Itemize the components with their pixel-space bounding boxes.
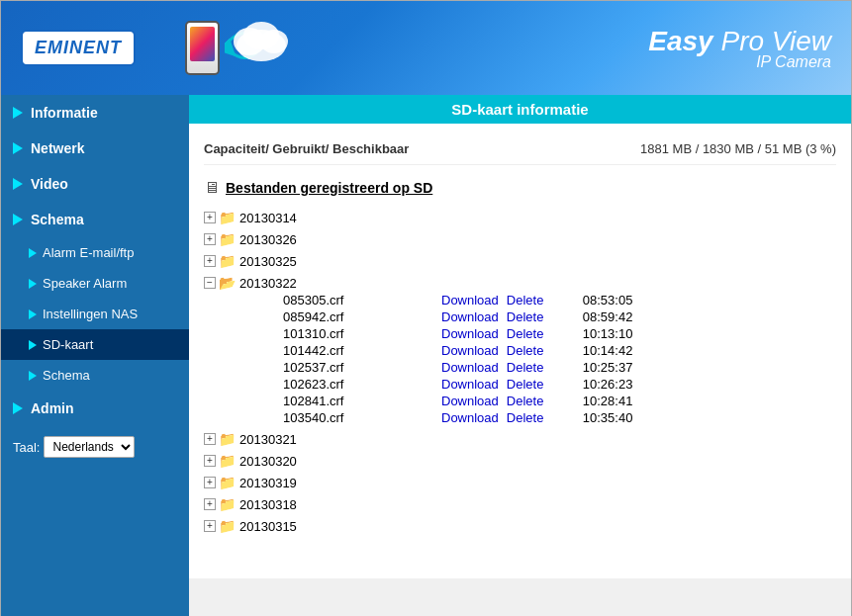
expand-icon[interactable]: + — [204, 212, 216, 223]
folder-name: 20130314 — [239, 211, 297, 225]
arrow-icon — [13, 402, 23, 414]
file-row: 085305.crf Download Delete 08:53:05 — [234, 292, 836, 308]
folder-name: 20130319 — [239, 476, 297, 490]
folder-row[interactable]: − 📂 20130322 — [204, 274, 836, 292]
arrow-icon — [29, 371, 37, 381]
sidebar-item-label: Informatie — [31, 105, 98, 121]
download-link[interactable]: Download — [441, 309, 499, 324]
sidebar-item-schema-sub[interactable]: Schema — [1, 360, 189, 391]
capacity-row: Capaciteit/ Gebruikt/ Beschikbaar 1881 M… — [204, 133, 836, 165]
expand-icon[interactable]: + — [204, 433, 216, 445]
file-name: 102841.crf — [283, 394, 402, 408]
file-name: 102537.crf — [283, 360, 402, 375]
header-left: EMINENT — [21, 11, 294, 85]
file-name: 085305.crf — [283, 293, 402, 308]
download-link[interactable]: Download — [441, 394, 499, 408]
arrow-icon — [29, 309, 37, 319]
delete-link[interactable]: Delete — [507, 293, 544, 308]
file-time: 10:26:23 — [563, 377, 632, 392]
folder-row[interactable]: + 📁 20130325 — [204, 252, 836, 270]
arrow-icon — [29, 279, 37, 289]
subfolder: 085305.crf Download Delete 08:53:05 0859… — [204, 292, 836, 426]
expand-icon[interactable]: − — [204, 277, 216, 289]
cloud-icon — [230, 16, 294, 68]
content-header: SD-kaart informatie — [189, 95, 851, 124]
capacity-label: Capaciteit/ Gebruikt/ Beschikbaar — [204, 141, 409, 156]
folder-row[interactable]: + 📁 20130319 — [204, 474, 836, 491]
main-layout: Informatie Netwerk Video Schema Alarm E-… — [1, 95, 851, 616]
expand-icon[interactable]: + — [204, 477, 216, 488]
delete-link[interactable]: Delete — [507, 326, 544, 341]
expand-icon[interactable]: + — [204, 455, 216, 467]
arrow-icon — [13, 107, 23, 119]
download-link[interactable]: Download — [441, 293, 499, 308]
file-name: 101442.crf — [283, 343, 402, 358]
delete-link[interactable]: Delete — [507, 394, 544, 408]
sidebar-item-video[interactable]: Video — [1, 166, 189, 202]
folder-row[interactable]: + 📁 20130318 — [204, 495, 836, 513]
folder-tree: + 📁 20130314 + 📁 20130326 — [204, 207, 836, 537]
folder-name: 20130325 — [239, 254, 297, 269]
eminent-logo: EMINENT — [21, 30, 136, 66]
sidebar-item-admin[interactable]: Admin — [1, 391, 189, 426]
sidebar-item-schema[interactable]: Schema — [1, 202, 189, 237]
header-right: Easy Pro View IP Camera — [648, 26, 831, 71]
lang-section: Taal: Nederlands English Deutsch Françai… — [1, 426, 189, 468]
delete-link[interactable]: Delete — [507, 309, 544, 324]
file-name: 101310.crf — [283, 326, 402, 341]
file-name: 102623.crf — [283, 377, 402, 392]
download-link[interactable]: Download — [441, 360, 499, 375]
file-row: 101310.crf Download Delete 10:13:10 — [234, 325, 836, 342]
expand-icon[interactable]: + — [204, 255, 216, 267]
folder-item: + 📁 20130314 — [204, 207, 836, 228]
folder-item: + 📁 20130319 — [204, 472, 836, 493]
file-actions: Download Delete — [441, 293, 543, 308]
folder-row[interactable]: + 📁 20130321 — [204, 430, 836, 448]
folder-icon: 📁 — [219, 253, 236, 269]
sidebar-item-netwerk[interactable]: Netwerk — [1, 131, 189, 166]
arrow-icon — [13, 214, 23, 225]
sidebar-item-speaker[interactable]: Speaker Alarm — [1, 268, 189, 299]
capacity-value: 1881 MB / 1830 MB / 51 MB (3 %) — [640, 141, 836, 156]
lang-select[interactable]: Nederlands English Deutsch Français — [44, 436, 135, 458]
sidebar-sub-item-label: Schema — [43, 368, 90, 383]
download-link[interactable]: Download — [441, 377, 499, 392]
delete-link[interactable]: Delete — [507, 410, 544, 425]
folder-item-expanded: − 📂 20130322 085305.crf Download Delete — [204, 272, 836, 428]
folder-icon: 📁 — [219, 453, 236, 469]
folder-item: + 📁 20130326 — [204, 228, 836, 250]
expand-icon[interactable]: + — [204, 520, 216, 532]
download-link[interactable]: Download — [441, 326, 499, 341]
arrow-icon — [13, 178, 23, 190]
folder-icon: 📁 — [219, 496, 236, 512]
folder-item: + 📁 20130318 — [204, 493, 836, 515]
sidebar-sub-item-label: Alarm E-mail/ftp — [43, 245, 134, 260]
file-actions: Download Delete — [441, 377, 543, 392]
folder-row[interactable]: + 📁 20130315 — [204, 517, 836, 535]
delete-link[interactable]: Delete — [507, 343, 544, 358]
folder-icon: 📂 — [219, 275, 236, 291]
delete-link[interactable]: Delete — [507, 360, 544, 375]
download-link[interactable]: Download — [441, 410, 499, 425]
delete-link[interactable]: Delete — [507, 377, 544, 392]
sidebar-item-nas[interactable]: Instellingen NAS — [1, 299, 189, 329]
folder-icon: 📁 — [219, 518, 236, 534]
sidebar-item-alarm-email[interactable]: Alarm E-mail/ftp — [1, 237, 189, 268]
expand-icon[interactable]: + — [204, 498, 216, 510]
file-actions: Download Delete — [441, 309, 543, 324]
folder-row[interactable]: + 📁 20130320 — [204, 452, 836, 470]
sidebar-item-sdkaart[interactable]: SD-kaart — [1, 329, 189, 360]
file-name: 103540.crf — [283, 410, 402, 425]
arrow-icon — [29, 340, 37, 350]
folder-name: 20130315 — [239, 519, 297, 534]
folder-row[interactable]: + 📁 20130326 — [204, 230, 836, 248]
file-row: 085942.crf Download Delete 08:59:42 — [234, 308, 836, 325]
sidebar-item-label: Schema — [31, 212, 84, 227]
header-title: Easy Pro View — [648, 26, 831, 57]
folder-row[interactable]: + 📁 20130314 — [204, 209, 836, 226]
sidebar-item-informatie[interactable]: Informatie — [1, 95, 189, 131]
download-link[interactable]: Download — [441, 343, 499, 358]
file-name: 085942.crf — [283, 309, 402, 324]
file-row: 101442.crf Download Delete 10:14:42 — [234, 342, 836, 359]
expand-icon[interactable]: + — [204, 233, 216, 245]
